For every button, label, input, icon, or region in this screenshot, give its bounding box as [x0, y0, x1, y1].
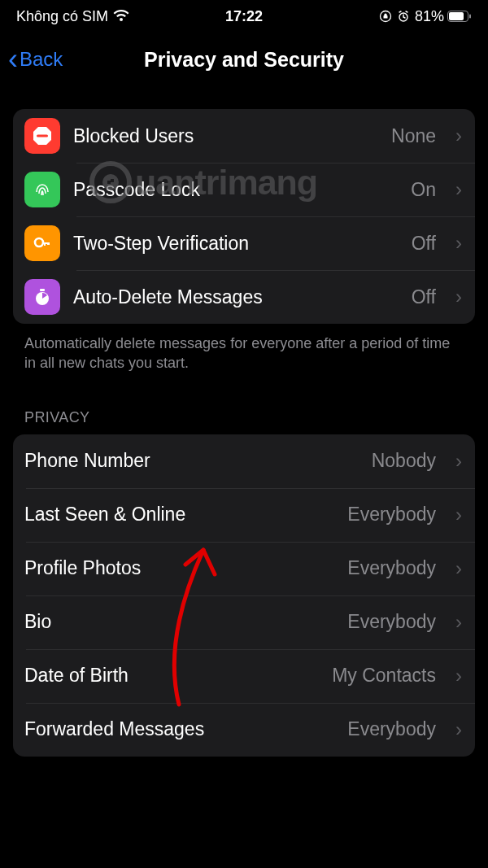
block-icon [24, 118, 60, 154]
row-last-seen[interactable]: Last Seen & Online Everybody › [13, 488, 475, 542]
row-label: Phone Number [24, 450, 359, 472]
row-profile-photos[interactable]: Profile Photos Everybody › [13, 542, 475, 595]
row-date-of-birth[interactable]: Date of Birth My Contacts › [13, 649, 475, 703]
security-footer: Automatically delete messages for everyo… [24, 334, 464, 373]
chevron-right-icon: › [455, 504, 462, 526]
timer-icon [24, 279, 60, 315]
chevron-right-icon: › [455, 450, 462, 473]
row-value: Everybody [347, 718, 436, 740]
row-value: On [411, 179, 436, 201]
svg-rect-6 [37, 135, 48, 137]
svg-point-7 [35, 238, 43, 246]
chevron-right-icon: › [455, 124, 462, 147]
status-time: 17:22 [0, 8, 488, 25]
chevron-right-icon: › [455, 718, 462, 741]
row-bio[interactable]: Bio Everybody › [13, 595, 475, 649]
back-button[interactable]: ‹ Back [0, 48, 63, 71]
row-label: Last Seen & Online [24, 504, 334, 526]
security-group: Blocked Users None › Passcode Lock On › … [13, 109, 475, 324]
row-label: Bio [24, 611, 334, 633]
row-two-step[interactable]: Two-Step Verification Off › [13, 216, 475, 270]
chevron-left-icon: ‹ [8, 50, 18, 68]
row-phone-number[interactable]: Phone Number Nobody › [13, 434, 475, 488]
chevron-right-icon: › [455, 665, 462, 687]
row-value: My Contacts [332, 665, 436, 687]
chevron-right-icon: › [455, 286, 462, 308]
row-value: Everybody [347, 611, 436, 633]
row-value: Everybody [347, 504, 436, 526]
row-value: None [391, 125, 436, 147]
row-auto-delete[interactable]: Auto-Delete Messages Off › [13, 270, 475, 324]
key-icon [24, 225, 60, 261]
privacy-group: Phone Number Nobody › Last Seen & Online… [13, 434, 475, 757]
back-label: Back [20, 48, 63, 71]
row-value: Off [412, 286, 436, 308]
row-passcode-lock[interactable]: Passcode Lock On › [13, 163, 475, 216]
chevron-right-icon: › [455, 611, 462, 634]
row-label: Date of Birth [24, 665, 319, 687]
row-value: Nobody [372, 450, 436, 472]
row-label: Profile Photos [24, 557, 334, 579]
row-forwarded-messages[interactable]: Forwarded Messages Everybody › [13, 703, 475, 757]
row-value: Off [412, 233, 436, 255]
status-bar: Không có SIM 17:22 81% [0, 0, 488, 33]
row-label: Two-Step Verification [73, 233, 399, 255]
chevron-right-icon: › [455, 178, 462, 201]
chevron-right-icon: › [455, 232, 462, 255]
row-value: Everybody [347, 557, 436, 579]
row-label: Forwarded Messages [24, 718, 334, 740]
row-blocked-users[interactable]: Blocked Users None › [13, 109, 475, 163]
fingerprint-icon [24, 172, 60, 207]
svg-rect-9 [40, 289, 45, 291]
row-label: Auto-Delete Messages [73, 286, 399, 308]
privacy-header: PRIVACY [24, 409, 464, 426]
chevron-right-icon: › [455, 557, 462, 580]
page-title: Privacy and Security [0, 48, 488, 72]
nav-header: ‹ Back Privacy and Security [0, 33, 488, 86]
row-label: Blocked Users [73, 125, 378, 147]
row-label: Passcode Lock [73, 179, 398, 201]
